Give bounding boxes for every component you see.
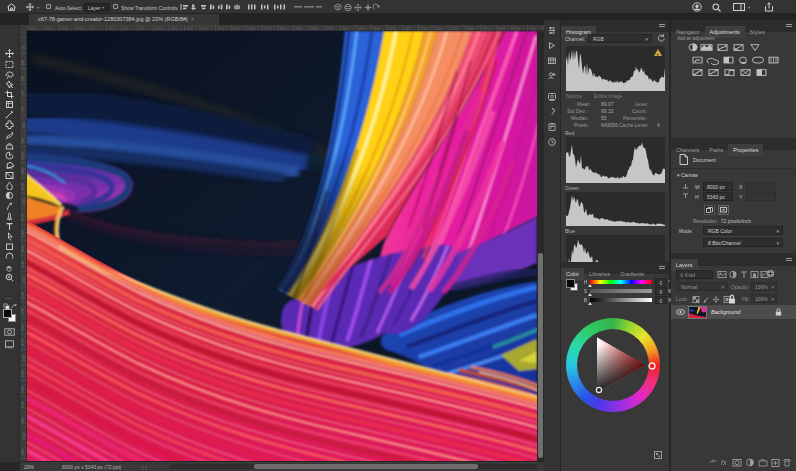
svg-text:210: 210 <box>22 60 26 66</box>
svg-text:680: 680 <box>22 107 26 113</box>
svg-text:1930: 1930 <box>22 230 26 238</box>
svg-text:0: 0 <box>92 27 94 31</box>
svg-text:3960: 3960 <box>22 432 26 440</box>
svg-text:1150: 1150 <box>22 152 26 159</box>
svg-text:2550: 2550 <box>22 292 26 300</box>
svg-text:2860: 2860 <box>22 323 26 331</box>
svg-text:3180: 3180 <box>22 354 26 362</box>
svg-text:990: 990 <box>22 138 26 144</box>
svg-text:840: 840 <box>22 122 26 128</box>
svg-text:750: 750 <box>139 27 144 31</box>
svg-text:3490: 3490 <box>22 386 26 394</box>
svg-text:2080: 2080 <box>22 245 26 253</box>
svg-text:3330: 3330 <box>22 370 26 378</box>
svg-text:1610: 1610 <box>22 198 26 206</box>
svg-text:3640: 3640 <box>22 401 26 409</box>
svg-text:60: 60 <box>22 46 26 50</box>
svg-text:2390: 2390 <box>22 276 26 284</box>
svg-text:370: 370 <box>22 75 26 81</box>
svg-text:250: 250 <box>108 27 113 31</box>
svg-text:3020: 3020 <box>22 339 26 347</box>
svg-text:4110: 4110 <box>22 448 26 455</box>
svg-text:3800: 3800 <box>22 417 26 425</box>
svg-text:fx: fx <box>721 459 727 466</box>
svg-text:2710: 2710 <box>22 308 26 316</box>
svg-text:2240: 2240 <box>22 261 26 269</box>
svg-text:1300: 1300 <box>22 167 26 175</box>
svg-text:1460: 1460 <box>22 183 26 191</box>
svg-text:520: 520 <box>22 91 26 97</box>
svg-text:500: 500 <box>124 27 129 31</box>
svg-text:1770: 1770 <box>22 214 26 222</box>
